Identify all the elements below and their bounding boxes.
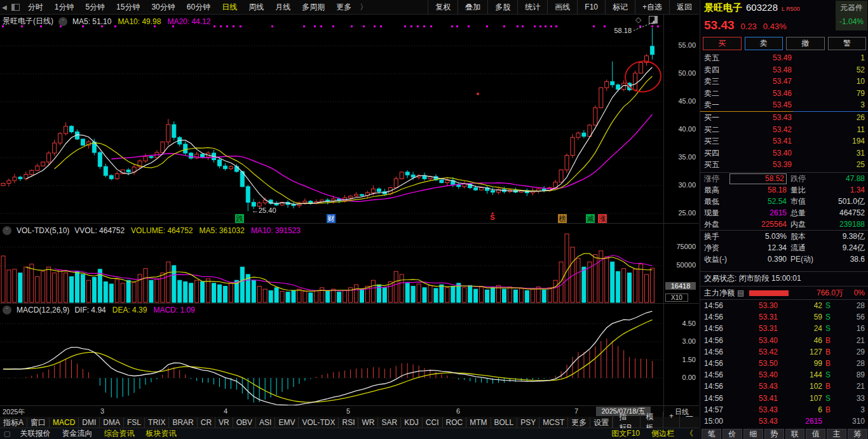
volume-bar xyxy=(474,289,478,302)
indicator-指标A[interactable]: 指标A xyxy=(0,417,27,428)
book-volume: 11 xyxy=(792,124,865,136)
tick-tab-主[interactable]: 主 xyxy=(827,429,846,439)
indicator-RSI[interactable]: RSI xyxy=(339,417,358,428)
bid-row[interactable]: 买四53.4031 xyxy=(700,147,868,159)
volume-chart[interactable] xyxy=(0,224,663,304)
event-marker-减[interactable]: 减 xyxy=(586,214,595,223)
event-marker-财[interactable]: 财 xyxy=(327,214,336,223)
stock-name[interactable]: 景旺电子 xyxy=(704,2,742,14)
indicator-FSL[interactable]: FSL xyxy=(124,417,145,428)
indicator-设置[interactable]: 设置 xyxy=(590,417,613,428)
tick-tab-细[interactable]: 细 xyxy=(743,429,763,439)
collapse-chevron-icon[interactable]: ˇ xyxy=(58,17,67,26)
tick-tab-值[interactable]: 值 xyxy=(806,429,825,439)
tick-tab-筹[interactable]: 筹 xyxy=(848,429,867,439)
window-icon[interactable]: ▢ xyxy=(0,429,14,438)
stat-value: 225564 xyxy=(733,219,787,230)
tick-volume: 42 xyxy=(778,300,822,311)
event-marker-S[interactable]: ▴S xyxy=(488,212,497,220)
buy-button[interactable]: 买 xyxy=(703,37,742,50)
sell-button[interactable]: 卖 xyxy=(745,37,783,50)
sidebar-toggle-icon[interactable] xyxy=(649,16,658,24)
list-icon[interactable]: ▤ xyxy=(737,288,744,297)
status-link-资金流向[interactable]: 资金流向 xyxy=(56,428,98,439)
indicator-CR[interactable]: CR xyxy=(198,417,215,428)
ask-row[interactable]: 卖五53.491 xyxy=(700,52,868,64)
status-link-侧边栏[interactable]: 侧边栏 xyxy=(646,428,680,439)
indicator-DMI[interactable]: DMI xyxy=(79,417,100,428)
indicator-OBV[interactable]: OBV xyxy=(233,417,256,428)
indicator-VOL-TDX[interactable]: VOL-TDX xyxy=(299,417,339,428)
indicator-BOLL[interactable]: BOLL xyxy=(491,417,518,428)
volume-bar xyxy=(269,290,273,302)
event-marker-涨[interactable]: 涨 xyxy=(598,214,607,223)
kline-chart[interactable]: 58.18←25.40 xyxy=(0,14,663,224)
indicator-SAR[interactable]: SAR xyxy=(378,417,401,428)
stat-label: 市值 xyxy=(787,196,820,207)
macd-chart[interactable] xyxy=(0,304,663,405)
tick-flag: B xyxy=(822,335,834,346)
tick-tab-势[interactable]: 势 xyxy=(764,429,784,439)
trade-button-警[interactable]: 警 xyxy=(828,37,867,50)
indicator-MTM[interactable]: MTM xyxy=(466,417,491,428)
bid-row[interactable]: 买三53.41194 xyxy=(700,135,868,147)
divider xyxy=(700,286,868,287)
volume-bar xyxy=(41,271,45,302)
sector-box[interactable]: 元器件 -1.04% xyxy=(836,1,867,30)
indicator-更多[interactable]: 更多 xyxy=(568,417,590,428)
chart-area[interactable]: 58.18←25.40 景旺电子(日线) ˇ MA5: 51.10MA10: 4… xyxy=(0,0,699,439)
tick-row: 14:5753.436B3 xyxy=(700,404,868,415)
status-link-关联报价[interactable]: 关联报价 xyxy=(14,428,56,439)
indicator-BRAR[interactable]: BRAR xyxy=(169,417,197,428)
tick-tab-价[interactable]: 价 xyxy=(722,429,742,439)
tick-tab-联[interactable]: 联 xyxy=(785,429,805,439)
stat-label: 现量 xyxy=(704,207,733,219)
status-link-板块资讯[interactable]: 板块资讯 xyxy=(140,428,182,439)
trade-button-撤[interactable]: 撤 xyxy=(786,37,825,50)
tick-tab-笔[interactable]: 笔 xyxy=(702,429,721,439)
book-price: 53.46 xyxy=(731,88,792,100)
volume-bar xyxy=(126,280,130,302)
signal-dot xyxy=(303,25,305,27)
ask-row[interactable]: 卖四53.4852 xyxy=(700,64,868,76)
event-marker-跌[interactable]: 跌 xyxy=(235,214,244,223)
ask-row[interactable]: 卖二53.4679 xyxy=(700,88,868,100)
indicator-CCI[interactable]: CCI xyxy=(423,417,443,428)
status-link-图文F10[interactable]: 图文F10 xyxy=(606,428,646,439)
bid-row[interactable]: 买五53.3925 xyxy=(700,159,868,171)
collapse-chevron-icon[interactable]: ˇ xyxy=(3,306,11,314)
indicator-ROC[interactable]: ROC xyxy=(443,417,467,428)
volume-bar xyxy=(531,289,534,302)
ask-row[interactable]: 卖一53.453 xyxy=(700,99,868,111)
indicator-KDJ[interactable]: KDJ xyxy=(401,417,423,428)
indicator-VR[interactable]: VR xyxy=(215,417,233,428)
indicator-ASI[interactable]: ASI xyxy=(256,417,275,428)
signal-dot xyxy=(332,25,334,27)
macd-legend: DIF: 4.94DEA: 4.39MACD: 1.09 xyxy=(74,306,201,314)
indicator-窗口[interactable]: 窗口 xyxy=(27,417,50,428)
indicator-MACD[interactable]: MACD xyxy=(50,417,79,428)
volume-bar xyxy=(628,273,632,302)
signal-dot xyxy=(657,25,659,27)
event-marker-榜[interactable]: 榜 xyxy=(558,214,567,223)
diamond-marker-icon[interactable]: ◇ xyxy=(635,15,641,24)
bid-row[interactable]: 买一53.4326 xyxy=(700,112,868,124)
tick-count: 16 xyxy=(834,323,865,334)
book-level-label: 卖二 xyxy=(704,88,731,100)
signal-dot xyxy=(271,25,273,27)
tick-time: 14:56 xyxy=(704,346,729,358)
book-level-label: 卖五 xyxy=(704,52,731,64)
indicator-WR[interactable]: WR xyxy=(358,417,378,428)
indicator-DMA[interactable]: DMA xyxy=(100,417,124,428)
indicator-PSY[interactable]: PSY xyxy=(517,417,539,428)
status-link-综合资讯[interactable]: 综合资讯 xyxy=(98,428,140,439)
volume-bar xyxy=(309,293,313,302)
indicator-EMV[interactable]: EMV xyxy=(275,417,299,428)
indicator-TRIX[interactable]: TRIX xyxy=(145,417,169,428)
indicator-MCST[interactable]: MCST xyxy=(539,417,568,428)
status-link-《[interactable]: 《 xyxy=(680,428,699,439)
ask-row[interactable]: 卖三53.4710 xyxy=(700,76,868,88)
legend-item: MA20: 44.12 xyxy=(167,17,210,26)
collapse-chevron-icon[interactable]: ˇ xyxy=(3,226,11,235)
bid-row[interactable]: 买二53.4211 xyxy=(700,124,868,136)
